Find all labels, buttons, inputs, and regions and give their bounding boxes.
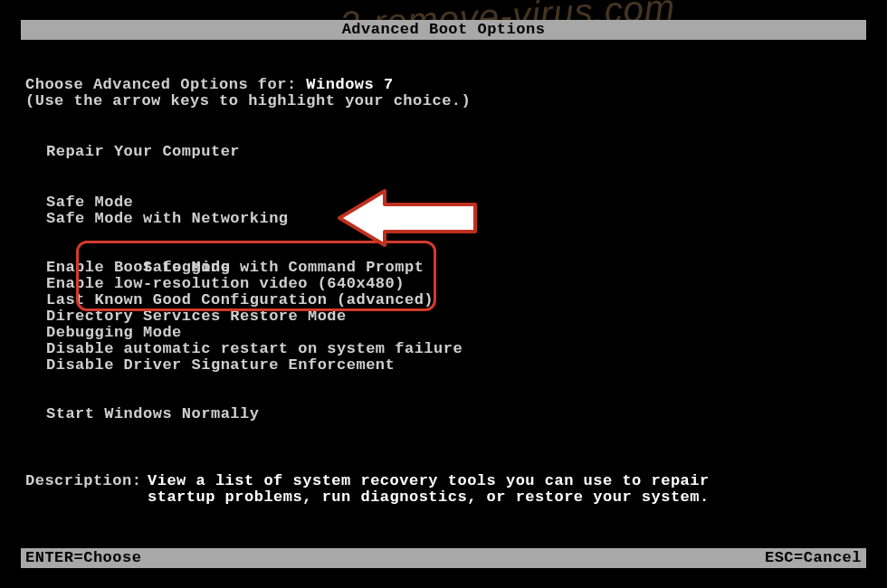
footer-esc-hint: ESC=Cancel (765, 548, 862, 568)
description-line-2: startup problems, run diagnostics, or re… (148, 489, 710, 506)
menu-item-start-normally[interactable]: Start Windows Normally (25, 406, 862, 422)
highlight-box (76, 241, 437, 311)
menu-item-repair[interactable]: Repair Your Computer (25, 144, 862, 160)
footer-enter-hint: ENTER=Choose (25, 548, 141, 568)
menu-item-safe-mode-networking[interactable]: Safe Mode with Networking (25, 211, 862, 227)
choose-prefix: Choose Advanced Options for: (25, 76, 306, 93)
description-label: Description: (25, 473, 148, 489)
description-line-1: View a list of system recovery tools you… (148, 473, 710, 489)
menu-item-safe-mode-cmd-label: Safe Mode with Command Prompt (143, 259, 424, 276)
footer-bar: ENTER=Choose ESC=Cancel (21, 548, 866, 568)
menu-item-debugging[interactable]: Debugging Mode (25, 325, 862, 341)
title-bar: Advanced Boot Options (21, 20, 866, 40)
os-name: Windows 7 (306, 76, 393, 93)
arrow-keys-hint: (Use the arrow keys to highlight your ch… (25, 93, 862, 109)
menu-item-safe-mode-cmd[interactable]: Safe Mode with Command Prompt (25, 227, 862, 243)
choose-options-line: Choose Advanced Options for: Windows 7 (25, 77, 862, 93)
menu-item-safe-mode[interactable]: Safe Mode (25, 194, 862, 211)
boot-menu-content: Choose Advanced Options for: Windows 7 (… (25, 77, 862, 506)
menu-item-disable-sig[interactable]: Disable Driver Signature Enforcement (25, 357, 862, 374)
menu-item-disable-restart[interactable]: Disable automatic restart on system fail… (25, 341, 862, 357)
menu-item-ds-restore[interactable]: Directory Services Restore Mode (25, 308, 862, 325)
